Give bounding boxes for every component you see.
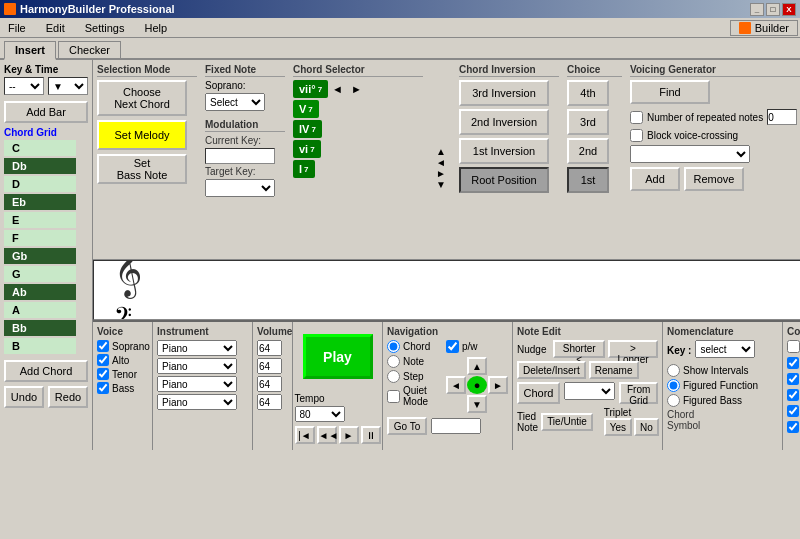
tenor-check[interactable] bbox=[97, 368, 109, 380]
builder-button[interactable]: Builder bbox=[730, 20, 798, 36]
key-g[interactable]: G bbox=[4, 266, 76, 282]
choice-2nd[interactable]: 2nd bbox=[567, 138, 609, 164]
nav-left-arrow[interactable]: ◄ bbox=[446, 376, 466, 394]
chord-button[interactable]: Chord bbox=[517, 382, 560, 404]
third-check[interactable] bbox=[787, 389, 799, 401]
soprano-instrument[interactable]: Piano bbox=[157, 340, 237, 356]
block-voice-check[interactable] bbox=[630, 129, 643, 142]
choice-1st[interactable]: 1st bbox=[567, 167, 609, 193]
redo-button[interactable]: Redo bbox=[48, 386, 88, 408]
key-dropdown[interactable]: -- bbox=[4, 77, 44, 95]
key-d[interactable]: D bbox=[4, 176, 76, 192]
tenor-instrument[interactable]: Piano bbox=[157, 376, 237, 392]
bass-vol[interactable] bbox=[257, 394, 282, 410]
key-gb[interactable]: Gb bbox=[4, 248, 76, 264]
arrow-down[interactable]: ▼ bbox=[436, 179, 446, 190]
add-chord-button[interactable]: Add Chord bbox=[4, 360, 88, 382]
key-e[interactable]: E bbox=[4, 212, 76, 228]
goto-button[interactable]: Go To bbox=[387, 417, 427, 435]
repeated-notes-check[interactable] bbox=[630, 111, 643, 124]
chord-vi[interactable]: vi 7 bbox=[293, 140, 321, 158]
chord-I[interactable]: I 7 bbox=[293, 160, 315, 178]
shorter-button[interactable]: Shorter < bbox=[553, 340, 605, 358]
select-all-check[interactable] bbox=[787, 340, 800, 353]
from-grid-button[interactable]: FromGrid bbox=[619, 382, 658, 404]
pw-check[interactable] bbox=[446, 340, 459, 353]
choice-4th[interactable]: 4th bbox=[567, 80, 609, 106]
inversion-root[interactable]: Root Position bbox=[459, 167, 549, 193]
tempo-select[interactable]: 80 60 100 120 bbox=[295, 406, 345, 422]
arrow-up[interactable]: ▲ bbox=[436, 146, 446, 157]
key-b[interactable]: B bbox=[4, 338, 76, 354]
key-db[interactable]: Db bbox=[4, 158, 76, 174]
tenor-vol[interactable] bbox=[257, 376, 282, 392]
tab-checker[interactable]: Checker bbox=[58, 41, 121, 58]
transport-start[interactable]: |◄ bbox=[295, 426, 315, 444]
nomen-key-select[interactable]: select bbox=[695, 340, 755, 358]
maximize-button[interactable]: □ bbox=[766, 3, 780, 16]
key-c[interactable]: C bbox=[4, 140, 76, 156]
nav-chord-radio[interactable] bbox=[387, 340, 400, 353]
bass-instrument[interactable]: Piano bbox=[157, 394, 237, 410]
voicing-dropdown[interactable] bbox=[630, 145, 750, 163]
nav-right-arrow[interactable]: ► bbox=[488, 376, 508, 394]
show-intervals-radio[interactable] bbox=[667, 364, 680, 377]
alto-check[interactable] bbox=[97, 354, 109, 366]
arrow-left2[interactable]: ◄ bbox=[436, 157, 446, 168]
yes-button[interactable]: Yes bbox=[604, 418, 632, 436]
key-a[interactable]: A bbox=[4, 302, 76, 318]
quiet-mode-check[interactable] bbox=[387, 390, 400, 403]
nav-step-radio[interactable] bbox=[387, 370, 400, 383]
set-melody-button[interactable]: Set Melody bbox=[97, 120, 187, 150]
time-dropdown[interactable]: ▼ bbox=[48, 77, 88, 95]
menu-edit[interactable]: Edit bbox=[40, 20, 71, 36]
add-button[interactable]: Add bbox=[630, 167, 680, 191]
chord-IV[interactable]: IV 7 bbox=[293, 120, 322, 138]
alto-vol[interactable] bbox=[257, 358, 282, 374]
close-button[interactable]: X bbox=[782, 3, 796, 16]
inversion-3rd[interactable]: 3rd Inversion bbox=[459, 80, 549, 106]
undo-button[interactable]: Undo bbox=[4, 386, 44, 408]
seventh-check[interactable] bbox=[787, 357, 799, 369]
soprano-check[interactable] bbox=[97, 340, 109, 352]
inversion-2nd[interactable]: 2nd Inversion bbox=[459, 109, 549, 135]
choice-3rd[interactable]: 3rd bbox=[567, 109, 609, 135]
inversion-1st[interactable]: 1st Inversion bbox=[459, 138, 549, 164]
nav-note-radio[interactable] bbox=[387, 355, 400, 368]
key-bb[interactable]: Bb bbox=[4, 320, 76, 336]
delete-insert-button[interactable]: Delete/Insert bbox=[517, 361, 586, 379]
soprano-select[interactable]: Select CDE bbox=[205, 93, 265, 111]
goto-input[interactable] bbox=[431, 418, 481, 434]
choose-next-button[interactable]: ChooseNext Chord bbox=[97, 80, 187, 116]
find-button[interactable]: Find bbox=[630, 80, 710, 104]
nav-up-arrow[interactable]: ▲ bbox=[467, 357, 487, 375]
root-check[interactable] bbox=[787, 421, 799, 433]
add-bar-button[interactable]: Add Bar bbox=[4, 101, 88, 123]
repeated-notes-input[interactable] bbox=[767, 109, 797, 125]
key-eb[interactable]: Eb bbox=[4, 194, 76, 210]
bass-check[interactable] bbox=[97, 382, 109, 394]
set-bass-button[interactable]: SetBass Note bbox=[97, 154, 187, 184]
nonbass-root-check[interactable] bbox=[787, 405, 799, 417]
transport-play2[interactable]: ► bbox=[339, 426, 359, 444]
menu-help[interactable]: Help bbox=[138, 20, 173, 36]
menu-file[interactable]: File bbox=[2, 20, 32, 36]
key-ab[interactable]: Ab bbox=[4, 284, 76, 300]
longer-button[interactable]: > Longer bbox=[608, 340, 658, 358]
tie-untie-button[interactable]: Tie/Untie bbox=[541, 413, 593, 431]
rename-button[interactable]: Rename bbox=[589, 361, 639, 379]
transport-prev[interactable]: ◄◄ bbox=[317, 426, 337, 444]
arrow-right2[interactable]: ► bbox=[436, 168, 446, 179]
alto-instrument[interactable]: Piano bbox=[157, 358, 237, 374]
arrow-right[interactable]: ► bbox=[351, 83, 362, 95]
figured-bass-radio[interactable] bbox=[667, 394, 680, 407]
minimize-button[interactable]: _ bbox=[750, 3, 764, 16]
fifth-check[interactable] bbox=[787, 373, 799, 385]
tab-insert[interactable]: Insert bbox=[4, 41, 56, 60]
chord-vii[interactable]: vii° 7 bbox=[293, 80, 328, 98]
transport-pause[interactable]: ⏸ bbox=[361, 426, 381, 444]
remove-button[interactable]: Remove bbox=[684, 167, 744, 191]
key-f[interactable]: F bbox=[4, 230, 76, 246]
play-button[interactable]: Play bbox=[303, 334, 373, 379]
figured-function-radio[interactable] bbox=[667, 379, 680, 392]
